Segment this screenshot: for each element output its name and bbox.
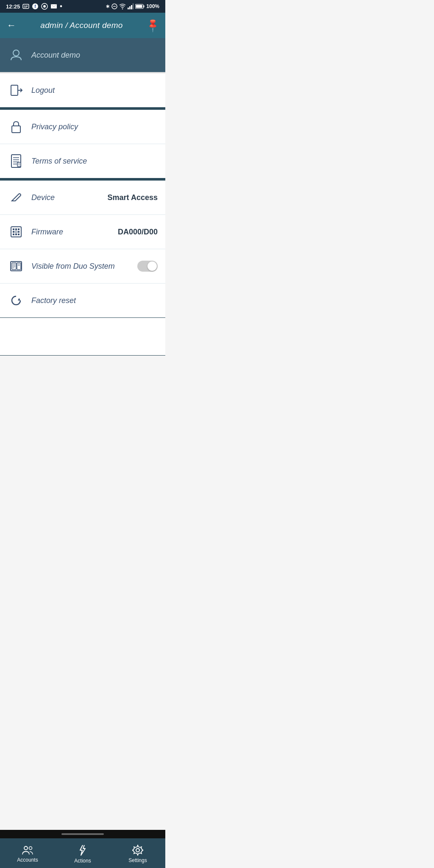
page-title: admin / Account demo xyxy=(40,21,122,30)
logout-item[interactable]: Logout xyxy=(0,73,165,107)
pin-icon[interactable]: 📌 xyxy=(145,17,161,33)
terms-of-service-item[interactable]: Terms of service xyxy=(0,144,165,178)
logout-section: Logout xyxy=(0,73,165,107)
status-bar: 12:25 SP f • ∗ 100% xyxy=(0,0,165,13)
time-display: 12:25 xyxy=(6,3,20,10)
svg-point-5 xyxy=(43,5,46,8)
wifi-icon xyxy=(119,3,126,9)
svg-rect-33 xyxy=(18,228,19,230)
duo-system-label: Visible from Duo System xyxy=(31,262,137,271)
device-section: Device Smart Access Firmware xyxy=(0,181,165,317)
dot-icon: • xyxy=(60,3,62,10)
firmware-value: DA000/D00 xyxy=(118,228,158,236)
privacy-policy-item[interactable]: Privacy policy xyxy=(0,110,165,144)
firmware-item[interactable]: Firmware DA000/D00 xyxy=(0,215,165,249)
facebook-icon: f xyxy=(32,3,39,10)
logout-icon xyxy=(8,82,25,99)
chrome-icon xyxy=(41,3,48,10)
svg-text:SP: SP xyxy=(24,5,28,8)
status-right: ∗ 100% xyxy=(106,3,159,9)
minus-circle-icon xyxy=(111,3,117,9)
sport-icon: SP xyxy=(22,3,29,10)
svg-rect-10 xyxy=(128,8,129,9)
svg-point-9 xyxy=(122,8,123,9)
svg-rect-13 xyxy=(133,3,134,9)
duo-icon xyxy=(8,258,25,275)
privacy-policy-label: Privacy policy xyxy=(31,122,158,131)
svg-rect-30 xyxy=(11,227,21,237)
logout-label: Logout xyxy=(31,86,158,95)
gmail-icon xyxy=(50,3,57,10)
device-value: Smart Access xyxy=(108,193,158,202)
account-section: Account demo xyxy=(0,38,165,72)
svg-point-17 xyxy=(13,50,19,56)
svg-rect-18 xyxy=(11,85,18,95)
document-icon xyxy=(8,153,25,170)
svg-rect-12 xyxy=(131,5,132,9)
signal-icon xyxy=(128,3,134,9)
account-demo-item[interactable]: Account demo xyxy=(0,38,165,72)
svg-rect-34 xyxy=(13,231,14,233)
svg-rect-35 xyxy=(15,231,17,233)
app-header: ← admin / Account demo 📌 xyxy=(0,13,165,38)
svg-text:f: f xyxy=(34,4,36,9)
battery-icon xyxy=(135,4,145,9)
svg-rect-41 xyxy=(12,263,16,270)
firmware-label: Firmware xyxy=(31,228,118,236)
svg-rect-32 xyxy=(15,228,17,230)
factory-reset-label: Factory reset xyxy=(31,296,158,305)
firmware-icon xyxy=(8,223,25,240)
svg-rect-20 xyxy=(12,126,20,133)
lock-icon xyxy=(8,118,25,135)
content-area: Account demo Logout xyxy=(0,38,165,394)
battery-percentage: 100% xyxy=(146,3,159,9)
svg-rect-11 xyxy=(129,6,131,9)
account-demo-label: Account demo xyxy=(31,51,158,60)
terms-of-service-label: Terms of service xyxy=(31,157,158,166)
svg-rect-36 xyxy=(18,231,19,233)
device-item[interactable]: Device Smart Access xyxy=(0,181,165,215)
svg-rect-46 xyxy=(17,263,21,270)
extra-space xyxy=(0,317,165,356)
svg-rect-39 xyxy=(18,234,19,235)
bluetooth-icon: ∗ xyxy=(106,3,110,9)
pencil-icon xyxy=(8,189,25,206)
svg-rect-37 xyxy=(13,234,14,235)
toggle-knob xyxy=(147,262,157,271)
duo-system-toggle[interactable] xyxy=(137,261,158,272)
back-button[interactable]: ← xyxy=(7,20,16,31)
svg-rect-16 xyxy=(136,5,142,8)
status-left: 12:25 SP f • xyxy=(6,3,62,10)
user-icon xyxy=(8,47,25,64)
svg-rect-38 xyxy=(15,234,17,235)
factory-reset-item[interactable]: Factory reset xyxy=(0,284,165,317)
reset-icon xyxy=(8,292,25,309)
svg-rect-15 xyxy=(144,6,145,8)
policy-section: Privacy policy Terms of service xyxy=(0,110,165,178)
duo-system-item[interactable]: Visible from Duo System xyxy=(0,249,165,284)
svg-rect-31 xyxy=(13,228,14,230)
device-label: Device xyxy=(31,193,108,202)
svg-rect-26 xyxy=(17,162,21,167)
